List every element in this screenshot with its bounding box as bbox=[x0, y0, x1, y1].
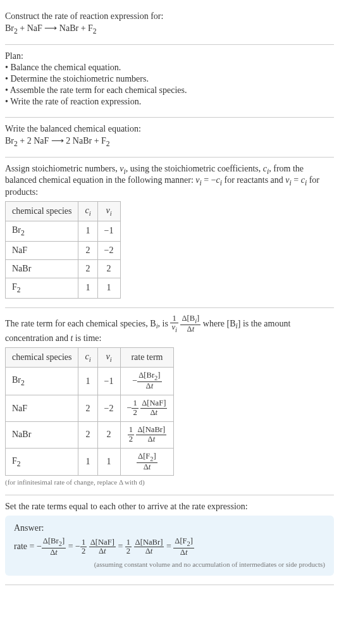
table-header-row: chemical species ci νi bbox=[6, 202, 121, 221]
cell-nu: 2 bbox=[97, 421, 120, 448]
plan-section: Plan: Balance the chemical equation. Det… bbox=[5, 45, 334, 118]
cell-species: NaF bbox=[6, 395, 78, 422]
cell-rate: −Δ[Br2]Δt bbox=[120, 368, 174, 395]
cell-c: 1 bbox=[78, 368, 97, 395]
col-ci: ci bbox=[78, 202, 97, 221]
answer-box: Answer: rate = −Δ[Br2]Δt = −12 Δ[NaF]Δt … bbox=[5, 516, 334, 576]
stoich-text: Assign stoichiometric numbers, νi, using… bbox=[5, 164, 334, 198]
answer-footnote: (assuming constant volume and no accumul… bbox=[14, 560, 325, 568]
cell-rate: 12 Δ[NaBr]Δt bbox=[120, 421, 174, 448]
table-row: Br2 1 −1 −Δ[Br2]Δt bbox=[6, 368, 174, 395]
one-over-nu-frac: 1νi bbox=[170, 314, 178, 334]
table-row: NaBr 2 2 12 Δ[NaBr]Δt bbox=[6, 421, 174, 448]
cell-nu: 2 bbox=[97, 259, 120, 278]
cell-rate: −12 Δ[NaF]Δt bbox=[120, 395, 174, 422]
col-ci: ci bbox=[78, 348, 97, 368]
cell-species: Br2 bbox=[6, 368, 78, 395]
col-nui: νi bbox=[97, 202, 120, 221]
rate-term-table: chemical species ci νi rate term Br2 1 −… bbox=[5, 347, 174, 476]
cell-species: NaBr bbox=[6, 259, 78, 278]
plan-item: Assemble the rate term for each chemical… bbox=[5, 85, 334, 96]
cell-nu: 1 bbox=[97, 448, 120, 476]
cell-c: 2 bbox=[78, 395, 97, 422]
cell-species: NaF bbox=[6, 241, 78, 259]
cell-c: 2 bbox=[78, 259, 97, 278]
cell-nu: −2 bbox=[97, 395, 120, 422]
cell-nu: −1 bbox=[97, 221, 120, 241]
table-row: F2 1 1 bbox=[6, 278, 121, 298]
rate-term-footnote: (for infinitesimal rate of change, repla… bbox=[5, 478, 334, 486]
plan-heading: Plan: bbox=[5, 51, 334, 61]
cell-rate: Δ[F2]Δt bbox=[120, 448, 174, 476]
balanced-heading: Write the balanced chemical equation: bbox=[5, 124, 334, 134]
cell-nu: −1 bbox=[97, 368, 120, 395]
plan-item: Balance the chemical equation. bbox=[5, 63, 334, 73]
cell-species: NaBr bbox=[6, 421, 78, 448]
cell-species: Br2 bbox=[6, 221, 78, 241]
balanced-equation: Br2 + 2 NaF ⟶ 2 NaBr + F2 bbox=[5, 135, 334, 148]
table-row: NaF 2 −2 bbox=[6, 241, 121, 259]
col-nui: νi bbox=[97, 348, 120, 368]
prompt-text: Construct the rate of reaction expressio… bbox=[5, 11, 334, 22]
table-row: F2 1 1 Δ[F2]Δt bbox=[6, 448, 174, 476]
cell-nu: −2 bbox=[97, 241, 120, 259]
plan-item: Write the rate of reaction expression. bbox=[5, 97, 334, 107]
stoich-section: Assign stoichiometric numbers, νi, using… bbox=[5, 158, 334, 308]
plan-list: Balance the chemical equation. Determine… bbox=[5, 63, 334, 107]
cell-c: 2 bbox=[78, 421, 97, 448]
cell-species: F2 bbox=[6, 448, 78, 476]
balanced-section: Write the balanced chemical equation: Br… bbox=[5, 118, 334, 158]
answer-label: Answer: bbox=[14, 523, 325, 533]
final-heading: Set the rate terms equal to each other t… bbox=[5, 502, 334, 512]
prompt-section: Construct the rate of reaction expressio… bbox=[5, 5, 334, 45]
unbalanced-equation: Br2 + NaF ⟶ NaBr + F2 bbox=[5, 23, 334, 35]
cell-c: 1 bbox=[78, 221, 97, 241]
cell-c: 1 bbox=[78, 278, 97, 298]
col-species: chemical species bbox=[6, 348, 78, 368]
cell-nu: 1 bbox=[97, 278, 120, 298]
col-species: chemical species bbox=[6, 202, 78, 221]
plan-item: Determine the stoichiometric numbers. bbox=[5, 74, 334, 84]
cell-c: 1 bbox=[78, 448, 97, 476]
table-row: NaF 2 −2 −12 Δ[NaF]Δt bbox=[6, 395, 174, 422]
cell-c: 2 bbox=[78, 241, 97, 259]
table-header-row: chemical species ci νi rate term bbox=[6, 348, 174, 368]
col-rate-term: rate term bbox=[120, 348, 174, 368]
rate-term-text: The rate term for each chemical species,… bbox=[5, 314, 334, 344]
cell-species: F2 bbox=[6, 278, 78, 298]
final-section: Set the rate terms equal to each other t… bbox=[5, 495, 334, 585]
stoich-table: chemical species ci νi Br2 1 −1 NaF 2 −2… bbox=[5, 201, 121, 298]
dbi-dt-frac: Δ[Bi]Δt bbox=[180, 314, 200, 334]
rate-term-pre: The rate term for each chemical species,… bbox=[5, 318, 156, 328]
table-row: NaBr 2 2 bbox=[6, 259, 121, 278]
subscript-i: i bbox=[156, 323, 158, 330]
table-row: Br2 1 −1 bbox=[6, 221, 121, 241]
rate-term-section: The rate term for each chemical species,… bbox=[5, 308, 334, 496]
rate-expression: rate = −Δ[Br2]Δt = −12 Δ[NaF]Δt = 12 Δ[N… bbox=[14, 537, 325, 557]
